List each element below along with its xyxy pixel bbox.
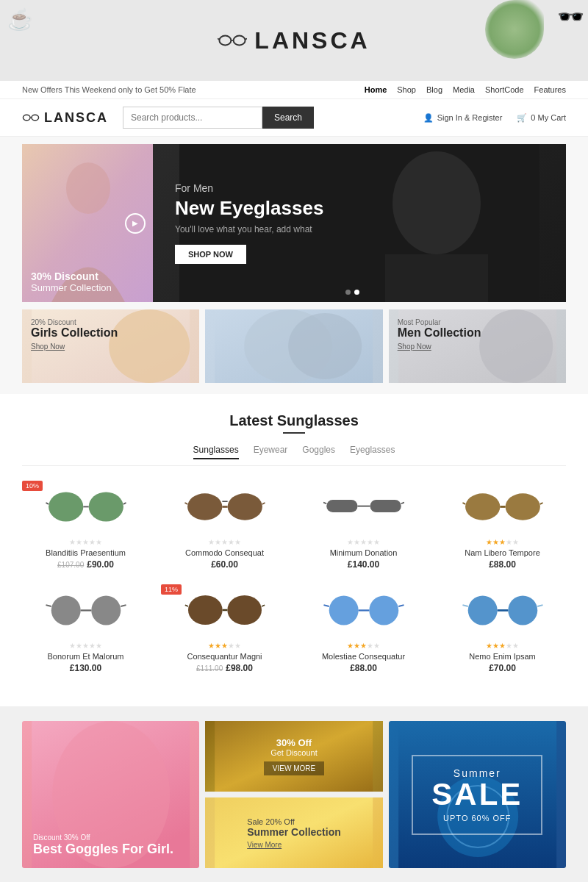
promo-middle-col: 30% Off Get Discount VIEW MORE (205, 721, 382, 868)
nav-links: Home Shop Blog Media ShortCode Features (365, 85, 566, 94)
product-card: ★★★★★ Commodo Consequat £60.00 (161, 481, 288, 570)
promo-girl-big: Best Goggles For Girl. (33, 842, 188, 857)
banner-left-discount: 30% Discount (31, 270, 112, 282)
product-card: ★★★★★ Nemo Enim Ipsam £70.00 (439, 584, 566, 673)
hero-top: ☕ LANSCA 🕶️ (0, 0, 588, 81)
men-popular: Most Popular (398, 318, 481, 326)
svg-point-37 (505, 493, 539, 520)
glasses-image (184, 488, 265, 525)
svg-point-0 (220, 36, 232, 46)
product-image (300, 481, 427, 532)
header-actions: 👤 Sign In & Register 🛒 0 My Cart (423, 113, 566, 123)
svg-point-11 (392, 151, 481, 254)
svg-line-34 (323, 503, 326, 504)
tab-goggles[interactable]: Goggles (302, 445, 335, 459)
banner-content: For Men New Eyeglasses You'll love what … (175, 182, 323, 264)
tab-eyewear[interactable]: Eyewear (254, 445, 288, 459)
products-section: Latest Sunglasses Sunglasses Eyewear Gog… (0, 394, 588, 706)
svg-point-6 (32, 115, 39, 121)
svg-point-36 (465, 493, 500, 520)
search-button[interactable]: Search (262, 107, 314, 129)
product-price: £70.00 (439, 663, 566, 673)
girls-shop-link[interactable]: Shop Now (31, 343, 118, 351)
glasses-image (323, 488, 404, 525)
product-name: Molestiae Consequatur (300, 652, 427, 661)
cart-icon: 🛒 (517, 113, 527, 123)
promo-bottom-label: Sale 20% Off (247, 817, 341, 826)
men-shop-link[interactable]: Shop Now (398, 343, 481, 351)
glasses-image (184, 592, 265, 628)
nav-shop[interactable]: Shop (397, 85, 416, 94)
svg-point-1 (234, 36, 245, 46)
product-price: £107.00£90.00 (22, 559, 149, 570)
tab-sunglasses[interactable]: Sunglasses (193, 445, 239, 459)
glasses-image (323, 592, 404, 628)
product-stars: ★★★★★ (161, 538, 288, 546)
products-grid-row2: ★★★★★ Bonorum Et Malorum £130.00 11% ★★★… (22, 584, 566, 673)
svg-point-41 (51, 595, 80, 625)
main-logo: LANSCA (218, 27, 370, 54)
product-image (439, 481, 566, 532)
tab-eyeglasses[interactable]: Eyeglasses (350, 445, 395, 459)
view-more-link[interactable]: View More (247, 841, 341, 849)
banner-row: 30% Discount Summer Collection ▶ For Men… (22, 144, 566, 302)
shop-now-button[interactable]: SHOP NOW (175, 245, 246, 264)
promo-upto: UPTO 60% OFF (431, 814, 523, 822)
product-name: Blanditiis Praesentium (22, 548, 149, 557)
signin-button[interactable]: 👤 Sign In & Register (423, 113, 503, 123)
nav-blog[interactable]: Blog (426, 85, 442, 94)
product-name: Nemo Enim Ipsam (439, 652, 566, 661)
banner-dots (345, 290, 359, 295)
svg-line-44 (46, 605, 51, 606)
search-wrap: Search (123, 107, 314, 129)
svg-rect-32 (370, 500, 401, 512)
product-price: £130.00 (22, 663, 149, 673)
dot-1[interactable] (345, 290, 351, 295)
promo-grid: Discount 30% Off Best Goggles For Girl. (22, 721, 566, 868)
nav-shortcode[interactable]: ShortCode (485, 85, 524, 94)
product-price: £60.00 (161, 559, 288, 570)
svg-point-19 (479, 309, 553, 383)
svg-point-26 (227, 493, 262, 520)
svg-point-52 (369, 595, 398, 625)
header-logo: LANSCA (22, 110, 108, 126)
svg-line-55 (398, 605, 404, 606)
banner-left: 30% Discount Summer Collection ▶ (22, 144, 153, 302)
search-input[interactable] (123, 107, 262, 129)
product-price: £88.00 (300, 663, 427, 673)
cart-button[interactable]: 🛒 0 My Cart (517, 113, 566, 123)
product-name: Nam Libero Tempore (439, 548, 566, 557)
banner-left-collection: Summer Collection (31, 282, 112, 293)
promo-top-discount: Get Discount (264, 748, 324, 757)
nav-tagline: New Offers This Weekend only to Get 50% … (22, 85, 196, 94)
svg-point-42 (91, 595, 121, 625)
product-stars: ★★★★★ (22, 642, 149, 650)
product-stars: ★★★★★ (439, 642, 566, 650)
svg-line-28 (184, 503, 187, 504)
product-card: ★★★★★ Minimum Donation £140.00 (300, 481, 427, 570)
view-more-button[interactable]: VIEW MORE (264, 761, 324, 775)
promo-section: Discount 30% Off Best Goggles For Girl. (0, 706, 588, 882)
product-stars: ★★★★★ (22, 538, 149, 546)
cart-label: 0 My Cart (531, 113, 566, 122)
dot-2[interactable] (354, 290, 359, 295)
nav-home[interactable]: Home (365, 85, 387, 94)
product-card: ★★★★★ Molestiae Consequatur £88.00 (300, 584, 427, 673)
nav-features[interactable]: Features (534, 85, 566, 94)
svg-line-29 (262, 503, 265, 504)
svg-line-24 (123, 503, 126, 504)
logo-glasses-icon (218, 33, 247, 48)
product-card: 10% ★★★★★ Blanditiis Praesentium £107.00… (22, 481, 149, 570)
play-button[interactable]: ▶ (125, 213, 146, 234)
promo-girls-card: Discount 30% Off Best Goggles For Girl. (22, 721, 199, 868)
svg-point-25 (187, 493, 222, 520)
svg-rect-31 (326, 500, 357, 512)
nav-media[interactable]: Media (453, 85, 475, 94)
svg-point-5 (23, 115, 30, 121)
collection-girls: 20% Discount Girls Collection Shop Now (22, 309, 199, 383)
sunglasses-decoration: 🕶️ (557, 4, 584, 29)
product-name: Consequantur Magni (161, 652, 288, 661)
promo-discount-card: 30% Off Get Discount VIEW MORE (205, 721, 382, 792)
product-name: Bonorum Et Malorum (22, 652, 149, 661)
product-stars: ★★★★★ (300, 642, 427, 650)
